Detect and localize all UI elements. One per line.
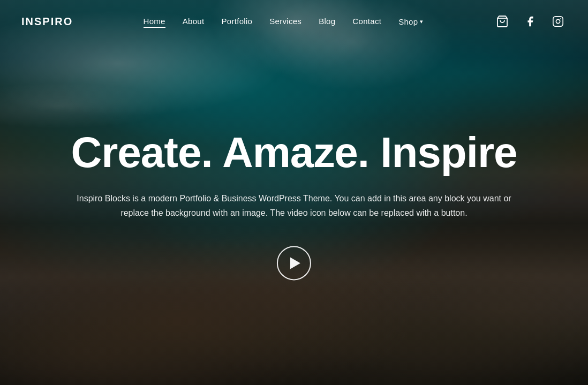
nav-item-about[interactable]: About bbox=[183, 17, 205, 26]
nav-item-blog[interactable]: Blog bbox=[319, 17, 335, 26]
nav-item-services[interactable]: Services bbox=[269, 17, 301, 26]
hero-subtitle: Inspiro Blocks is a modern Portfolio & B… bbox=[64, 191, 524, 220]
svg-rect-1 bbox=[553, 17, 563, 26]
nav-link-blog[interactable]: Blog bbox=[319, 17, 335, 26]
hero-content: Create. Amaze. Inspire Inspiro Blocks is… bbox=[29, 129, 559, 280]
nav-link-home[interactable]: Home bbox=[144, 17, 165, 28]
play-button[interactable] bbox=[277, 246, 311, 280]
cart-svg bbox=[496, 15, 509, 28]
instagram-icon[interactable] bbox=[549, 13, 567, 30]
nav-icons bbox=[494, 13, 567, 30]
nav-item-portfolio[interactable]: Portfolio bbox=[221, 17, 252, 26]
nav-link-shop[interactable]: Shop ▾ bbox=[398, 17, 424, 26]
nav-links: Home About Portfolio Services Blog Conta… bbox=[144, 17, 424, 26]
play-triangle-icon bbox=[290, 257, 300, 269]
chevron-down-icon: ▾ bbox=[420, 18, 423, 25]
nav-link-portfolio[interactable]: Portfolio bbox=[221, 17, 252, 26]
page-wrapper: INSPIRO Home About Portfolio Services Bl… bbox=[0, 0, 588, 385]
nav-link-contact[interactable]: Contact bbox=[352, 17, 381, 26]
hero-title: Create. Amaze. Inspire bbox=[29, 129, 559, 176]
nav-link-about[interactable]: About bbox=[183, 17, 205, 26]
nav-item-contact[interactable]: Contact bbox=[352, 17, 381, 26]
instagram-svg bbox=[552, 16, 564, 27]
cart-icon[interactable] bbox=[494, 13, 511, 30]
nav-link-services[interactable]: Services bbox=[269, 17, 301, 26]
nav-item-shop[interactable]: Shop ▾ bbox=[398, 17, 424, 26]
nav-item-home[interactable]: Home bbox=[144, 17, 165, 26]
facebook-icon[interactable] bbox=[522, 13, 539, 30]
brand-logo[interactable]: INSPIRO bbox=[21, 16, 73, 28]
navbar: INSPIRO Home About Portfolio Services Bl… bbox=[0, 0, 588, 43]
facebook-svg bbox=[524, 16, 536, 27]
